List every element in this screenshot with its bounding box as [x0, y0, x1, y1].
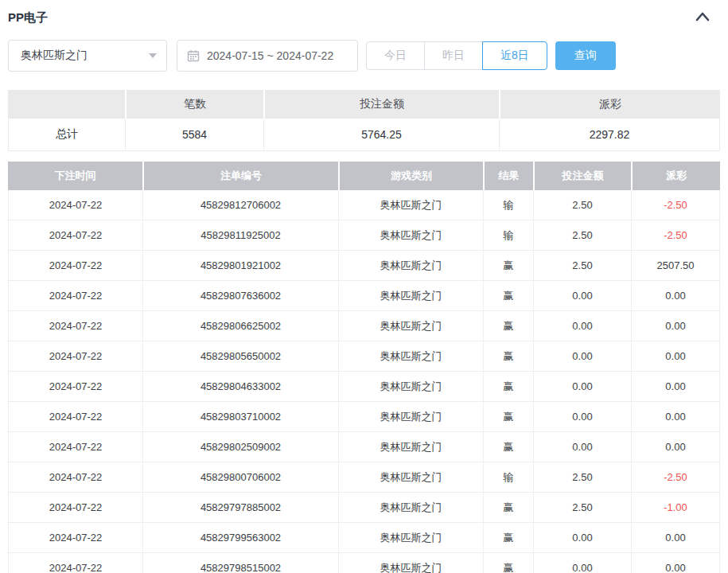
cell-game-category: 奥林匹斯之门 [338, 251, 483, 281]
cell-game-category: 奥林匹斯之门 [338, 220, 483, 251]
summary-table: 笔数 投注金额 派彩 总计 5584 5764.25 2297.82 [8, 90, 720, 151]
collapse-button[interactable] [690, 10, 715, 26]
cell-payout: 0.00 [631, 523, 720, 553]
date-range-input[interactable]: 2024-07-15 ~ 2024-07-22 [177, 40, 358, 72]
table-row: 2024-07-22 45829797885002 奥林匹斯之门 赢 2.50 … [8, 493, 720, 523]
cell-game-category: 奥林匹斯之门 [338, 402, 483, 432]
caret-down-icon [149, 53, 157, 58]
quick-range-today[interactable]: 今日 [366, 41, 425, 70]
records-header-payout: 派彩 [631, 162, 720, 190]
cell-game-category: 奥林匹斯之门 [338, 341, 483, 372]
records-header-row: 下注时间 注单编号 游戏类别 结果 投注金额 派彩 [8, 162, 720, 190]
table-row: 2024-07-22 45829799563002 奥林匹斯之门 赢 0.00 … [8, 523, 720, 553]
summary-header-payout: 派彩 [499, 90, 720, 119]
game-select[interactable]: 奥林匹斯之门 [8, 40, 167, 72]
cell-result: 赢 [483, 251, 533, 281]
cell-bet-id: 45829797885002 [142, 493, 338, 523]
page-title: PP电子 [8, 10, 48, 25]
cell-bet-amount: 2.50 [533, 462, 631, 493]
table-row: 2024-07-22 45829804633002 奥林匹斯之门 赢 0.00 … [8, 372, 720, 402]
cell-game-category: 奥林匹斯之门 [338, 462, 483, 493]
search-button[interactable]: 查询 [555, 41, 616, 70]
cell-game-category: 奥林匹斯之门 [338, 432, 483, 462]
cell-bet-id: 45829804633002 [142, 372, 338, 402]
quick-range-group: 今日 昨日 近8日 [366, 41, 547, 70]
summary-total-row: 总计 5584 5764.25 2297.82 [8, 119, 720, 151]
records-table-body: 2024-07-22 45829812706002 奥林匹斯之门 输 2.50 … [8, 190, 720, 573]
table-row: 2024-07-22 45829802509002 奥林匹斯之门 赢 0.00 … [8, 432, 720, 462]
cell-bet-amount: 2.50 [533, 190, 631, 220]
cell-bet-time: 2024-07-22 [8, 553, 142, 573]
table-row: 2024-07-22 45829800706002 奥林匹斯之门 输 2.50 … [8, 462, 720, 493]
cell-payout: 0.00 [631, 281, 720, 311]
cell-bet-time: 2024-07-22 [8, 462, 142, 493]
cell-bet-id: 45829812706002 [142, 190, 338, 220]
quick-range-last8days[interactable]: 近8日 [482, 41, 547, 70]
cell-payout: -2.50 [631, 220, 720, 251]
cell-bet-id: 45829805650002 [142, 341, 338, 372]
cell-bet-time: 2024-07-22 [8, 523, 142, 553]
cell-bet-amount: 0.00 [533, 281, 631, 311]
summary-header-row: 笔数 投注金额 派彩 [8, 90, 720, 119]
cell-payout: 0.00 [631, 341, 720, 372]
cell-bet-amount: 0.00 [533, 372, 631, 402]
cell-result: 赢 [483, 493, 533, 523]
cell-bet-amount: 0.00 [533, 523, 631, 553]
cell-result: 赢 [483, 523, 533, 553]
cell-bet-id: 45829807636002 [142, 281, 338, 311]
cell-payout: 0.00 [631, 432, 720, 462]
cell-game-category: 奥林匹斯之门 [338, 190, 483, 220]
cell-game-category: 奥林匹斯之门 [338, 311, 483, 341]
cell-result: 赢 [483, 341, 533, 372]
summary-total-bet-amount: 5764.25 [263, 119, 499, 151]
cell-result: 输 [483, 190, 533, 220]
cell-bet-amount: 2.50 [533, 493, 631, 523]
table-row: 2024-07-22 45829811925002 奥林匹斯之门 输 2.50 … [8, 220, 720, 251]
table-row: 2024-07-22 45829801921002 奥林匹斯之门 赢 2.50 … [8, 251, 720, 281]
cell-bet-amount: 2.50 [533, 220, 631, 251]
cell-result: 赢 [483, 432, 533, 462]
records-header-time: 下注时间 [8, 162, 142, 190]
cell-bet-id: 45829806625002 [142, 311, 338, 341]
summary-total-payout: 2297.82 [499, 119, 720, 151]
records-header-amount: 投注金额 [533, 162, 631, 190]
table-row: 2024-07-22 45829806625002 奥林匹斯之门 赢 0.00 … [8, 311, 720, 341]
cell-payout: -2.50 [631, 190, 720, 220]
summary-total-count: 5584 [125, 119, 263, 151]
cell-result: 赢 [483, 311, 533, 341]
table-row: 2024-07-22 45829803710002 奥林匹斯之门 赢 0.00 … [8, 402, 720, 432]
cell-bet-id: 45829798515002 [142, 553, 338, 573]
cell-game-category: 奥林匹斯之门 [338, 281, 483, 311]
cell-bet-id: 45829803710002 [142, 402, 338, 432]
records-header-bet-id: 注单编号 [142, 162, 338, 190]
cell-bet-id: 45829800706002 [142, 462, 338, 493]
cell-bet-amount: 0.00 [533, 311, 631, 341]
cell-game-category: 奥林匹斯之门 [338, 372, 483, 402]
table-row: 2024-07-22 45829805650002 奥林匹斯之门 赢 0.00 … [8, 341, 720, 372]
cell-payout: 0.00 [631, 311, 720, 341]
cell-payout: 0.00 [631, 402, 720, 432]
cell-result: 赢 [483, 402, 533, 432]
cell-game-category: 奥林匹斯之门 [338, 493, 483, 523]
cell-result: 赢 [483, 281, 533, 311]
cell-result: 输 [483, 220, 533, 251]
cell-bet-time: 2024-07-22 [8, 281, 142, 311]
cell-bet-id: 45829799563002 [142, 523, 338, 553]
cell-bet-time: 2024-07-22 [8, 432, 142, 462]
records-header-game: 游戏类别 [338, 162, 483, 190]
panel-header: PP电子 [8, 0, 720, 30]
cell-payout: -2.50 [631, 462, 720, 493]
quick-range-yesterday[interactable]: 昨日 [424, 41, 483, 70]
cell-result: 赢 [483, 553, 533, 573]
summary-header-blank [8, 90, 125, 119]
cell-result: 输 [483, 462, 533, 493]
cell-payout: 2507.50 [631, 251, 720, 281]
cell-bet-amount: 0.00 [533, 341, 631, 372]
cell-bet-time: 2024-07-22 [8, 372, 142, 402]
cell-bet-time: 2024-07-22 [8, 220, 142, 251]
cell-bet-time: 2024-07-22 [8, 311, 142, 341]
table-row: 2024-07-22 45829812706002 奥林匹斯之门 输 2.50 … [8, 190, 720, 220]
table-row: 2024-07-22 45829807636002 奥林匹斯之门 赢 0.00 … [8, 281, 720, 311]
table-row: 2024-07-22 45829798515002 奥林匹斯之门 赢 0.00 … [8, 553, 720, 573]
cell-bet-amount: 2.50 [533, 251, 631, 281]
